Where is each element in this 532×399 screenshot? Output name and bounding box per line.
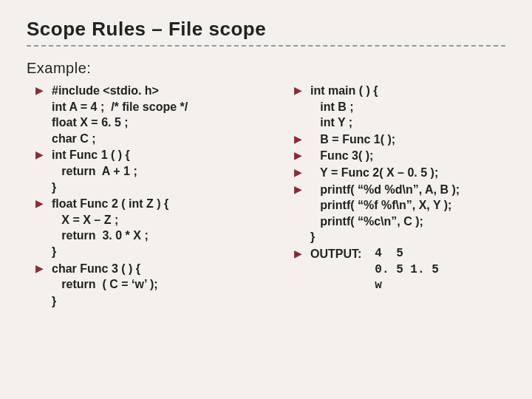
code-text: int main ( ) { int B ; int Y ; xyxy=(310,83,505,131)
code-block: ▶ B = Func 1( ); xyxy=(285,132,505,148)
code-text: Y = Func 2( X – 0. 5 ); xyxy=(310,165,505,181)
triangle-right-icon: ▶ xyxy=(35,198,44,208)
code-block: ▶ float Func 2 ( int Z ) { X = X – Z ; r… xyxy=(27,196,278,259)
code-text: char Func 3 ( ) { return ( C = ‘w’ ); xyxy=(52,261,278,293)
code-block: ▶ char Func 3 ( ) { return ( C = ‘w’ ); xyxy=(27,261,278,293)
triangle-right-icon: ▶ xyxy=(294,150,302,160)
code-text: #include <stdio. h> int A = 4 ; /* file … xyxy=(52,83,278,146)
code-block: ▶ printf( “%d %d\n”, A, B ); printf( “%f… xyxy=(285,182,505,245)
output-label: OUTPUT: xyxy=(310,246,361,262)
code-text: float Func 2 ( int Z ) { X = X – Z ; ret… xyxy=(52,196,278,259)
triangle-right-icon: ▶ xyxy=(294,248,302,259)
triangle-right-icon: ▶ xyxy=(35,149,44,160)
left-column: ▶ #include <stdio. h> int A = 4 ; /* fil… xyxy=(27,83,278,310)
code-text: Func 3( ); xyxy=(310,148,505,164)
code-text: B = Func 1( ); xyxy=(310,132,505,148)
page-title: Scope Rules – File scope xyxy=(27,18,505,41)
output-block: ▶ OUTPUT: 4 5 0. 5 1. 5 w xyxy=(285,246,505,294)
output-values: 4 5 0. 5 1. 5 w xyxy=(361,246,438,294)
code-text: int Func 1 ( ) { return A + 1 ; } xyxy=(52,147,278,195)
divider xyxy=(27,45,505,47)
code-text: } xyxy=(52,293,278,310)
example-heading: Example: xyxy=(27,60,505,77)
triangle-right-icon: ▶ xyxy=(294,85,302,95)
right-column: ▶ int main ( ) { int B ; int Y ; ▶ B = F… xyxy=(285,83,505,310)
code-block: ▶ #include <stdio. h> int A = 4 ; /* fil… xyxy=(27,83,278,146)
columns: ▶ #include <stdio. h> int A = 4 ; /* fil… xyxy=(27,83,505,310)
code-block: ▶ } xyxy=(27,293,278,310)
triangle-right-icon: ▶ xyxy=(35,85,44,95)
triangle-right-icon: ▶ xyxy=(294,167,302,177)
code-block: ▶ int main ( ) { int B ; int Y ; xyxy=(285,83,505,131)
triangle-right-icon: ▶ xyxy=(35,263,44,273)
code-block: ▶ int Func 1 ( ) { return A + 1 ; } xyxy=(27,147,278,195)
code-block: ▶ Y = Func 2( X – 0. 5 ); xyxy=(285,165,505,181)
slide: Scope Rules – File scope Example: ▶ #inc… xyxy=(0,0,532,399)
code-block: ▶ Func 3( ); xyxy=(285,148,505,164)
triangle-right-icon: ▶ xyxy=(294,134,302,144)
code-text: printf( “%d %d\n”, A, B ); printf( “%f %… xyxy=(310,182,505,245)
triangle-right-icon: ▶ xyxy=(294,184,302,194)
